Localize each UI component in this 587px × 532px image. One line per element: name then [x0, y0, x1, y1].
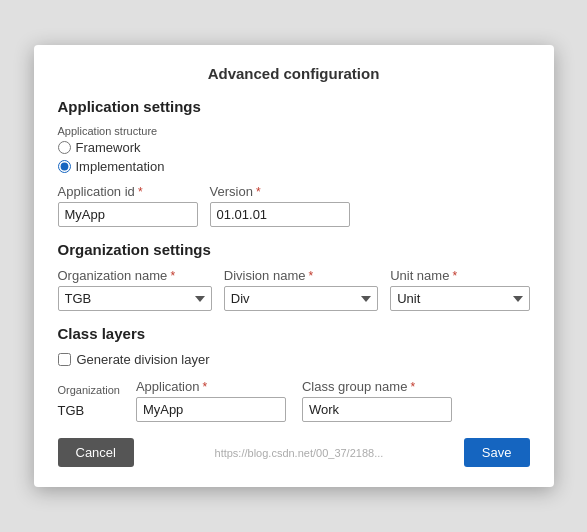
- organization-settings-title: Organization settings: [58, 241, 530, 258]
- division-name-label: Division name *: [224, 268, 378, 283]
- advanced-config-dialog: Advanced configuration Application setti…: [34, 45, 554, 487]
- version-input[interactable]: [210, 202, 350, 227]
- class-group-name-required: *: [410, 380, 415, 394]
- app-id-label: Application id *: [58, 184, 198, 199]
- app-id-input[interactable]: [58, 202, 198, 227]
- version-label: Version *: [210, 184, 350, 199]
- class-app-input[interactable]: [136, 397, 286, 422]
- class-org-label: Organization: [58, 384, 120, 396]
- app-id-required: *: [138, 185, 143, 199]
- generate-division-checkbox[interactable]: [58, 353, 71, 366]
- app-structure-label: Application structure: [58, 125, 530, 137]
- save-button[interactable]: Save: [464, 438, 530, 467]
- class-group-name-input[interactable]: [302, 397, 452, 422]
- org-name-group: Organization name * TGB: [58, 268, 212, 311]
- unit-name-select[interactable]: Unit: [390, 286, 529, 311]
- org-fields-row: Organization name * TGB Division name * …: [58, 268, 530, 311]
- app-id-group: Application id *: [58, 184, 198, 227]
- framework-label: Framework: [76, 140, 141, 155]
- org-name-required: *: [170, 269, 175, 283]
- division-name-group: Division name * Div: [224, 268, 378, 311]
- org-name-select[interactable]: TGB: [58, 286, 212, 311]
- unit-name-required: *: [452, 269, 457, 283]
- class-layers-title: Class layers: [58, 325, 530, 342]
- button-row: Cancel https://blog.csdn.net/00_37/2188.…: [58, 438, 530, 467]
- class-group-name-group: Class group name *: [302, 379, 452, 422]
- application-structure-radio-group: Framework Implementation: [58, 140, 530, 174]
- dialog-title: Advanced configuration: [58, 65, 530, 82]
- application-settings-section: Application settings Application structu…: [58, 98, 530, 227]
- organization-settings-section: Organization settings Organization name …: [58, 241, 530, 311]
- class-app-required: *: [203, 380, 208, 394]
- application-settings-title: Application settings: [58, 98, 530, 115]
- class-org-value: TGB: [58, 399, 120, 422]
- implementation-radio[interactable]: [58, 160, 71, 173]
- division-name-select[interactable]: Div: [224, 286, 378, 311]
- generate-division-row: Generate division layer: [58, 352, 530, 367]
- version-required: *: [256, 185, 261, 199]
- unit-name-group: Unit name * Unit: [390, 268, 529, 311]
- framework-radio-label[interactable]: Framework: [58, 140, 530, 155]
- implementation-radio-label[interactable]: Implementation: [58, 159, 530, 174]
- implementation-label: Implementation: [76, 159, 165, 174]
- version-group: Version *: [210, 184, 350, 227]
- class-app-group: Application *: [136, 379, 286, 422]
- cancel-button[interactable]: Cancel: [58, 438, 134, 467]
- class-layers-section: Class layers Generate division layer Org…: [58, 325, 530, 422]
- class-group-name-label: Class group name *: [302, 379, 452, 394]
- class-org-group: Organization TGB: [58, 384, 120, 422]
- division-name-required: *: [309, 269, 314, 283]
- watermark: https://blog.csdn.net/00_37/2188...: [215, 447, 384, 459]
- class-app-label: Application *: [136, 379, 286, 394]
- generate-division-label: Generate division layer: [77, 352, 210, 367]
- framework-radio[interactable]: [58, 141, 71, 154]
- org-name-label: Organization name *: [58, 268, 212, 283]
- app-id-version-row: Application id * Version *: [58, 184, 530, 227]
- unit-name-label: Unit name *: [390, 268, 529, 283]
- class-layers-fields-row: Organization TGB Application * Class gro…: [58, 379, 530, 422]
